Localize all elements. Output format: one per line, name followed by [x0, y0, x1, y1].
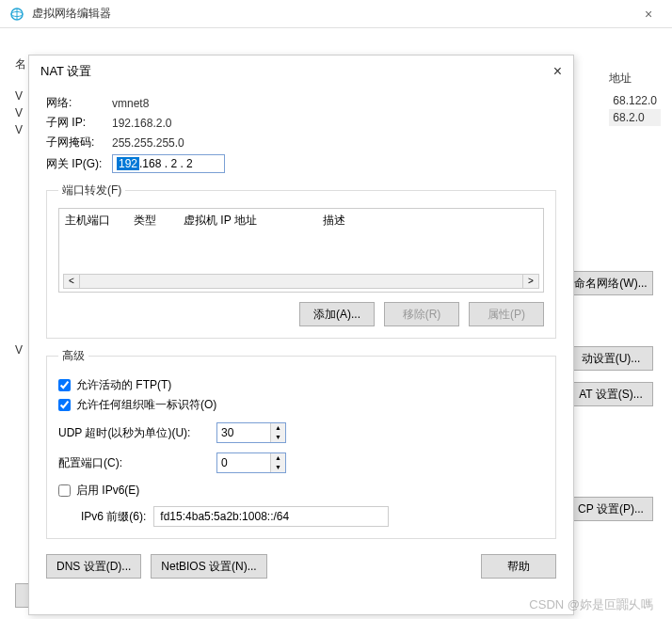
- scroll-left-icon[interactable]: <: [63, 274, 80, 289]
- address-row[interactable]: 68.2.0: [609, 109, 661, 126]
- rename-network-button[interactable]: 命名网络(W)...: [568, 271, 653, 295]
- udp-timeout-input[interactable]: [217, 423, 270, 442]
- oui-checkbox[interactable]: [58, 399, 71, 411]
- help-button[interactable]: 帮助: [481, 554, 556, 579]
- advanced-legend: 高级: [58, 348, 88, 364]
- add-button[interactable]: 添加(A)...: [299, 302, 375, 326]
- dns-settings-button[interactable]: DNS 设置(D)...: [46, 554, 141, 579]
- partial-left-column: 名 V V V V: [15, 53, 26, 360]
- port-forward-table[interactable]: 主机端口 类型 虚拟机 IP 地址 描述 < >: [58, 208, 544, 293]
- main-window-titlebar: 虚拟网络编辑器 ×: [0, 0, 672, 28]
- spin-up-icon[interactable]: ▲: [271, 453, 285, 463]
- dhcp-settings-button[interactable]: CP 设置(P)...: [568, 497, 653, 521]
- udp-timeout-spinner[interactable]: ▲▼: [216, 422, 286, 443]
- spin-up-icon[interactable]: ▲: [271, 423, 285, 433]
- table-header: 主机端口 类型 虚拟机 IP 地址 描述: [59, 209, 543, 232]
- config-port-spinner[interactable]: ▲▼: [216, 452, 286, 473]
- network-value: vmnet8: [112, 97, 149, 110]
- port-forward-group: 端口转发(F) 主机端口 类型 虚拟机 IP 地址 描述 < > 添加(A)..…: [46, 183, 556, 339]
- netbios-settings-button[interactable]: NetBIOS 设置(N)...: [151, 554, 266, 579]
- ipv6-prefix-label: IPv6 前缀(6):: [81, 509, 146, 525]
- auto-settings-button[interactable]: 动设置(U)...: [568, 346, 653, 371]
- subnet-mask-label: 子网掩码:: [46, 135, 112, 151]
- subnet-ip-label: 子网 IP:: [46, 115, 112, 131]
- bg-address-column: 地址 68.122.0 68.2.0: [609, 71, 661, 126]
- gateway-selected-octet: 192: [117, 157, 139, 170]
- oui-label: 允许任何组织唯一标识符(O): [76, 397, 216, 413]
- udp-timeout-label: UDP 超时(以秒为单位)(U):: [58, 425, 209, 441]
- nat-settings-button[interactable]: AT 设置(S)...: [568, 382, 653, 406]
- ftp-checkbox[interactable]: [58, 379, 71, 391]
- network-label: 网络:: [46, 95, 112, 111]
- port-forward-legend: 端口转发(F): [58, 183, 125, 198]
- subnet-ip-value: 192.168.2.0: [112, 117, 171, 130]
- gateway-label: 网关 IP(G):: [46, 156, 112, 172]
- ipv6-enable-label: 启用 IPv6(E): [76, 483, 139, 499]
- spin-down-icon[interactable]: ▼: [271, 463, 285, 472]
- col-host-port: 主机端口: [65, 213, 117, 229]
- app-icon: [9, 7, 24, 22]
- spin-down-icon[interactable]: ▼: [271, 433, 285, 442]
- config-port-label: 配置端口(C):: [58, 455, 209, 471]
- config-port-input[interactable]: [217, 453, 270, 472]
- dialog-title: NAT 设置: [40, 63, 553, 80]
- properties-button: 属性(P): [469, 302, 544, 326]
- main-window-title: 虚拟网络编辑器: [32, 6, 634, 22]
- ipv6-checkbox[interactable]: [58, 484, 71, 497]
- subnet-mask-value: 255.255.255.0: [112, 136, 184, 150]
- address-header: 地址: [609, 71, 661, 87]
- col-vm-ip: 虚拟机 IP 地址: [184, 213, 306, 229]
- main-close-button[interactable]: ×: [634, 7, 663, 22]
- ftp-label: 允许活动的 FTP(T): [76, 377, 171, 393]
- col-desc: 描述: [323, 213, 345, 229]
- scroll-right-icon[interactable]: >: [522, 274, 539, 289]
- dialog-close-button[interactable]: ×: [553, 63, 562, 80]
- ipv6-prefix-input[interactable]: [153, 506, 389, 527]
- nat-settings-dialog: NAT 设置 × 网络: vmnet8 子网 IP: 192.168.2.0 子…: [28, 55, 574, 615]
- remove-button: 移除(R): [384, 302, 459, 326]
- gateway-input-wrap[interactable]: 192.168 . 2 . 2: [112, 154, 225, 173]
- advanced-group: 高级 允许活动的 FTP(T) 允许任何组织唯一标识符(O) UDP 超时(以秒…: [46, 348, 556, 539]
- col-type: 类型: [134, 213, 167, 229]
- dialog-titlebar: NAT 设置 ×: [29, 56, 573, 87]
- scroll-track[interactable]: [80, 274, 522, 289]
- table-scrollbar[interactable]: < >: [63, 273, 539, 290]
- address-row[interactable]: 68.122.0: [609, 92, 661, 109]
